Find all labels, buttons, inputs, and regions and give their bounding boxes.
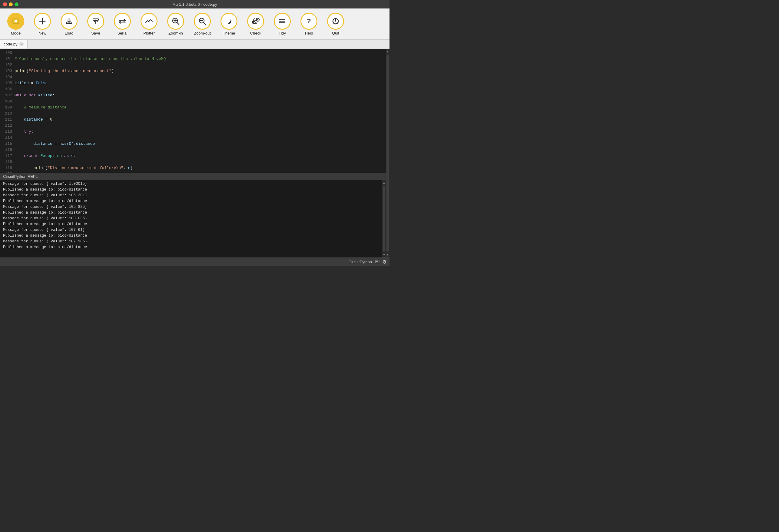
quit-button[interactable]: Quit [322, 10, 349, 38]
window-title: Mu 1.1.0.beta.6 - code.py [172, 2, 217, 7]
mode-button[interactable]: Mode [2, 10, 29, 38]
tab-bar: code.py ✕ [0, 40, 390, 49]
svg-line-13 [177, 22, 179, 24]
zoom-in-icon [167, 13, 184, 30]
repl-section: CircuitPython REPL Message for queue: {"… [0, 173, 386, 257]
repl-line: Published a message to: pico/distance [3, 210, 379, 216]
code-editor[interactable]: 100 101 102 103 104 105 106 107 108 109 … [0, 49, 386, 257]
tab-filename: code.py [4, 42, 17, 46]
code-line: print("Starting the distance measurement… [14, 68, 386, 74]
editor-scroll-down[interactable]: ▼ [386, 253, 390, 257]
help-label: Help [305, 31, 313, 36]
repl-line: Message for queue: {"value": 105.825} [3, 204, 379, 210]
help-icon: ? [300, 13, 317, 30]
repl-scroll-track[interactable] [383, 186, 385, 251]
svg-text:?: ? [307, 17, 311, 25]
repl-line: Published a message to: pico/distance [3, 187, 379, 193]
tidy-icon [274, 13, 291, 30]
code-line: except Exception as e: [14, 153, 386, 159]
tidy-button[interactable]: Tidy [269, 10, 296, 38]
code-line: while not killed: [14, 93, 386, 99]
plotter-label: Plotter [143, 31, 155, 36]
mode-label: Mode [11, 31, 21, 36]
editor-scrollbar[interactable]: ▲ ▼ [386, 49, 390, 257]
repl-content[interactable]: Message for queue: {"value": 1.00015} Pu… [0, 180, 382, 257]
theme-label: Theme [223, 31, 235, 36]
load-button[interactable]: Load [56, 10, 82, 38]
code-area[interactable]: 100 101 102 103 104 105 106 107 108 109 … [0, 49, 386, 173]
new-icon [34, 13, 51, 30]
new-label: New [39, 31, 46, 36]
minimize-button[interactable] [9, 2, 13, 6]
save-label: Save [91, 31, 100, 36]
repl-scrollbar[interactable]: ▲ ▼ [382, 180, 386, 257]
microcontroller-icon [374, 259, 380, 265]
editor-area: 100 101 102 103 104 105 106 107 108 109 … [0, 49, 390, 257]
editor-scroll-up[interactable]: ▲ [386, 49, 390, 54]
repl-scroll-up[interactable]: ▲ [382, 181, 386, 185]
zoom-in-button[interactable]: Zoom-in [162, 10, 189, 38]
line-numbers: 100 101 102 103 104 105 106 107 108 109 … [0, 50, 14, 172]
repl-line: Published a message to: pico/distance [3, 222, 379, 227]
repl-outer: Message for queue: {"value": 1.00015} Pu… [0, 180, 386, 257]
quit-icon [327, 13, 344, 30]
repl-line: Message for queue: {"value": 107.185} [3, 239, 379, 244]
code-line: killed = False [14, 80, 386, 86]
status-text: CircuitPython [349, 260, 372, 264]
load-label: Load [65, 31, 74, 36]
load-icon [61, 13, 77, 30]
theme-icon [221, 13, 237, 30]
code-line: # Measure distance [14, 105, 386, 111]
repl-line: Published a message to: pico/distance [3, 233, 379, 239]
plotter-button[interactable]: Plotter [136, 10, 162, 38]
zoom-out-icon [194, 13, 211, 30]
check-button[interactable]: Check [242, 10, 269, 38]
repl-line: Published a message to: pico/distance [3, 244, 379, 250]
repl-title: CircuitPython REPL [3, 174, 38, 179]
editor-scroll-track[interactable] [386, 55, 389, 251]
tab-close-button[interactable]: ✕ [19, 42, 23, 46]
repl-line: Message for queue: {"value": 107.61} [3, 227, 379, 233]
svg-point-1 [14, 20, 17, 22]
code-line: # Continuously measure the distance and … [14, 56, 386, 62]
maximize-button[interactable] [14, 2, 18, 6]
theme-button[interactable]: Theme [216, 10, 242, 38]
check-label: Check [250, 31, 261, 36]
save-icon [87, 13, 104, 30]
mode-icon [7, 13, 24, 30]
svg-rect-26 [376, 260, 378, 262]
code-line: distance = hcsr04.distance [14, 141, 386, 147]
toolbar: Mode New Load [0, 8, 390, 40]
code-content[interactable]: # Continuously measure the distance and … [14, 50, 386, 172]
window-controls [3, 2, 18, 6]
repl-line: Message for queue: {"value": 1.00015} [3, 181, 379, 187]
repl-scroll-down[interactable]: ▼ [382, 253, 386, 257]
file-tab[interactable]: code.py ✕ [0, 40, 27, 49]
repl-line: Message for queue: {"value": 106.301} [3, 193, 379, 198]
new-button[interactable]: New [29, 10, 56, 38]
repl-line: Message for queue: {"value": 108.035} [3, 216, 379, 222]
tidy-label: Tidy [279, 31, 286, 36]
title-bar: Mu 1.1.0.beta.6 - code.py [0, 0, 390, 8]
help-button[interactable]: ? Help [296, 10, 322, 38]
serial-icon [114, 13, 131, 30]
repl-line: Published a message to: pico/distance [3, 198, 379, 204]
settings-gear-icon[interactable]: ⚙ [382, 259, 386, 265]
status-bar: CircuitPython ⚙ [0, 257, 390, 266]
quit-label: Quit [332, 31, 339, 36]
zoom-out-button[interactable]: Zoom-out [189, 10, 216, 38]
check-icon [247, 13, 264, 30]
zoom-out-label: Zoom-out [194, 31, 211, 36]
svg-line-16 [203, 22, 206, 24]
zoom-in-label: Zoom-in [168, 31, 183, 36]
serial-label: Serial [117, 31, 127, 36]
serial-button[interactable]: Serial [109, 10, 136, 38]
repl-header: CircuitPython REPL [0, 173, 386, 180]
code-line: try: [14, 129, 386, 135]
code-line: distance = 0 [14, 117, 386, 123]
close-button[interactable] [3, 2, 7, 6]
plotter-icon [140, 13, 158, 30]
save-button[interactable]: Save [82, 10, 109, 38]
code-line: print("Distance measurement failure\n", … [14, 165, 386, 171]
